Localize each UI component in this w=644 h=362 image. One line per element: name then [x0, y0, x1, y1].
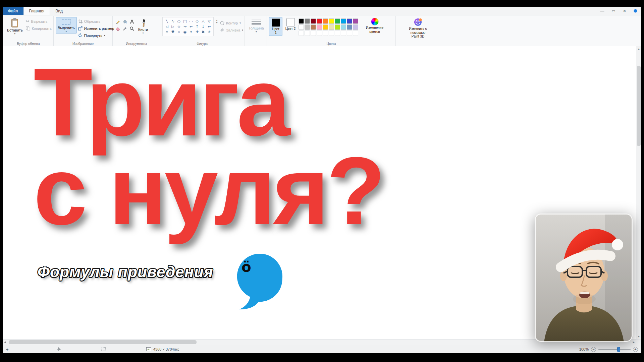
thickness-button[interactable]: Толщина ▾	[247, 17, 266, 34]
crop-button[interactable]: Обрезать	[78, 18, 114, 24]
palette-swatch-0-5[interactable]	[329, 18, 334, 24]
palette-swatch-1-4[interactable]	[323, 24, 328, 30]
shape-icon-14[interactable]: ↓	[200, 24, 206, 29]
pencil-tool-icon[interactable]	[115, 18, 121, 25]
tab-view[interactable]: Вид	[50, 7, 68, 15]
palette-swatch-1-1[interactable]	[305, 24, 310, 30]
palette-swatch-2-1[interactable]	[305, 31, 310, 36]
shape-icon-11[interactable]: →	[182, 24, 188, 29]
vertical-scrollbar[interactable]: ▲ ▼	[636, 46, 641, 339]
shape-icon-10[interactable]: ☆	[176, 24, 182, 29]
color-picker-tool-icon[interactable]	[122, 25, 128, 32]
palette-swatch-0-7[interactable]	[341, 18, 346, 24]
minimize-button[interactable]: —	[600, 9, 604, 13]
palette-swatch-0-8[interactable]	[347, 18, 352, 24]
shape-icon-23[interactable]: ✳	[206, 29, 212, 35]
shape-icon-3[interactable]: □	[182, 19, 188, 24]
zoom-level-text: 100%	[579, 347, 589, 351]
edit-colors-button[interactable]: Изменение цветов	[362, 17, 388, 34]
resize-button[interactable]: Изменить размер	[78, 25, 114, 32]
shape-icon-7[interactable]: ▽	[206, 19, 212, 24]
shape-icon-5[interactable]: ◇	[194, 19, 200, 24]
tab-file[interactable]: Файл	[3, 7, 23, 15]
palette-swatch-1-9[interactable]	[353, 24, 358, 30]
scroll-up-icon[interactable]: ▲	[638, 46, 640, 51]
cut-button[interactable]: ✂ Вырезать	[26, 18, 52, 24]
palette-swatch-1-2[interactable]	[311, 24, 316, 30]
maximize-button[interactable]: ▭	[612, 9, 615, 13]
shape-icon-17[interactable]: ♥	[170, 29, 176, 35]
shape-icon-21[interactable]: ✚	[194, 29, 200, 35]
shape-icon-16[interactable]: ✶	[164, 29, 170, 35]
shape-fill-button[interactable]: Заливка ▾	[220, 27, 243, 33]
palette-swatch-2-8[interactable]	[347, 31, 352, 36]
selection-icon	[101, 347, 106, 351]
shape-icon-4[interactable]: ▭	[188, 19, 194, 24]
shape-icon-2[interactable]: ○	[176, 19, 182, 24]
palette-swatch-0-0[interactable]	[299, 18, 304, 24]
brushes-button[interactable]: Кисти ▾	[137, 18, 150, 35]
close-button[interactable]: ✕	[623, 9, 626, 13]
shape-icon-12[interactable]: ←	[188, 24, 194, 29]
palette-swatch-1-8[interactable]	[347, 24, 352, 30]
palette-swatch-1-0[interactable]	[299, 24, 304, 30]
palette-swatch-1-5[interactable]	[329, 24, 334, 30]
text-tool-icon[interactable]	[129, 18, 135, 25]
vertical-scroll-thumb[interactable]	[637, 66, 641, 146]
copy-button[interactable]: Копировать	[26, 25, 52, 32]
palette-swatch-2-5[interactable]	[329, 31, 334, 36]
speech-bubble: ö	[233, 254, 286, 310]
scroll-right-icon[interactable]: ▶	[633, 341, 641, 344]
scroll-down-icon[interactable]: ▼	[638, 334, 640, 339]
select-button[interactable]: Выделить ▾	[56, 17, 77, 34]
palette-swatch-2-4[interactable]	[323, 31, 328, 36]
status-plus-icon: +	[6, 347, 56, 352]
palette-swatch-0-4[interactable]	[323, 18, 328, 24]
paste-button[interactable]: Вставить ▾	[5, 17, 24, 36]
zoom-in-button[interactable]: +	[633, 347, 638, 352]
palette-swatch-1-7[interactable]	[341, 24, 346, 30]
palette-swatch-2-3[interactable]	[317, 31, 322, 36]
shape-icon-6[interactable]: △	[200, 19, 206, 24]
bubble-face-icon: ö	[241, 259, 251, 275]
shape-icon-0[interactable]: ╲	[164, 19, 170, 24]
palette-swatch-0-3[interactable]	[317, 18, 322, 24]
shape-icon-9[interactable]: ▷	[170, 24, 176, 29]
shape-icon-13[interactable]: ↑	[194, 24, 200, 29]
palette-swatch-0-9[interactable]	[353, 18, 358, 24]
rotate-button[interactable]: Повернуть ▾	[78, 32, 114, 39]
palette-swatch-2-0[interactable]	[299, 31, 304, 36]
shape-icon-8[interactable]: ◁	[164, 24, 170, 29]
color1-button[interactable]: Цвет 1	[269, 17, 282, 36]
palette-swatch-2-6[interactable]	[335, 31, 340, 36]
shape-icon-15[interactable]: ↔	[206, 24, 212, 29]
palette-swatch-2-2[interactable]	[311, 31, 316, 36]
shapes-scroll-down-icon[interactable]: ▼	[216, 21, 218, 24]
tab-home[interactable]: Главная	[23, 7, 50, 15]
palette-swatch-2-7[interactable]	[341, 31, 346, 36]
palette-swatch-1-6[interactable]	[335, 24, 340, 30]
shape-icon-20[interactable]: ✦	[188, 29, 194, 35]
shape-icon-1[interactable]: ∿	[170, 19, 176, 24]
magnifier-tool-icon[interactable]	[129, 25, 135, 32]
palette-swatch-1-3[interactable]	[317, 24, 322, 30]
palette-swatch-0-2[interactable]	[311, 18, 316, 24]
horizontal-scroll-thumb[interactable]	[9, 340, 197, 344]
scroll-left-icon[interactable]: ◀	[3, 341, 6, 344]
palette-swatch-0-6[interactable]	[335, 18, 340, 24]
zoom-slider-thumb[interactable]	[617, 347, 620, 352]
shape-icon-19[interactable]: ◉	[182, 29, 188, 35]
paint3d-button[interactable]: Изменить с помощью Paint 3D	[405, 17, 431, 39]
edit-colors-icon	[371, 18, 379, 25]
zoom-slider[interactable]	[598, 349, 631, 350]
zoom-out-button[interactable]: −	[591, 347, 596, 352]
palette-swatch-2-9[interactable]	[353, 31, 358, 36]
shape-icon-18[interactable]: ⌂	[176, 29, 182, 35]
outline-button[interactable]: Контур ▾	[220, 20, 243, 26]
color2-button[interactable]: Цвет 2	[284, 17, 297, 32]
eraser-tool-icon[interactable]	[115, 25, 121, 32]
palette-swatch-0-1[interactable]	[305, 18, 310, 24]
fill-tool-icon[interactable]	[122, 18, 128, 25]
shape-icon-22[interactable]: ✖	[200, 29, 206, 35]
shapes-scroll-up-icon[interactable]: ▲	[216, 19, 218, 21]
